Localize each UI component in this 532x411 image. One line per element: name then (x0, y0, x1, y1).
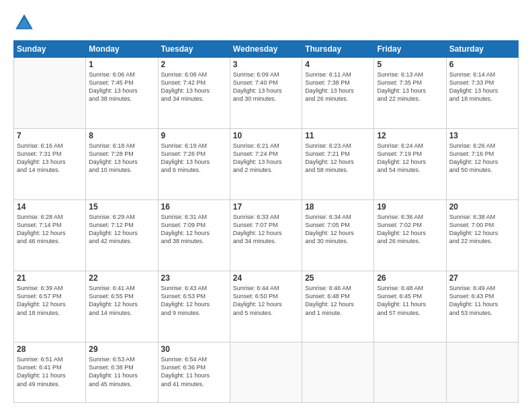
calendar-cell: 27Sunrise: 6:49 AM Sunset: 6:43 PM Dayli… (446, 271, 518, 342)
cell-info: Sunrise: 6:33 AM Sunset: 7:07 PM Dayligh… (233, 213, 299, 246)
week-row-2: 7Sunrise: 6:16 AM Sunset: 7:31 PM Daylig… (14, 129, 519, 200)
calendar-cell (374, 342, 446, 403)
calendar-cell: 1Sunrise: 6:06 AM Sunset: 7:45 PM Daylig… (86, 58, 158, 129)
cell-info: Sunrise: 6:08 AM Sunset: 7:42 PM Dayligh… (161, 71, 227, 103)
day-number: 10 (233, 131, 299, 140)
col-header-sunday: Sunday (14, 41, 86, 58)
calendar-table: SundayMondayTuesdayWednesdayThursdayFrid… (13, 40, 519, 403)
cell-info: Sunrise: 6:13 AM Sunset: 7:35 PM Dayligh… (377, 71, 443, 103)
cell-info: Sunrise: 6:09 AM Sunset: 7:40 PM Dayligh… (233, 71, 299, 103)
header-row: SundayMondayTuesdayWednesdayThursdayFrid… (14, 41, 519, 58)
day-number: 14 (17, 202, 83, 212)
day-number: 11 (305, 131, 371, 140)
calendar-cell: 6Sunrise: 6:14 AM Sunset: 7:33 PM Daylig… (446, 58, 518, 129)
day-number: 7 (17, 131, 83, 140)
day-number: 30 (161, 345, 227, 354)
cell-info: Sunrise: 6:38 AM Sunset: 7:00 PM Dayligh… (449, 213, 515, 246)
calendar-cell: 23Sunrise: 6:43 AM Sunset: 6:53 PM Dayli… (158, 271, 230, 342)
col-header-wednesday: Wednesday (230, 41, 302, 58)
cell-info: Sunrise: 6:46 AM Sunset: 6:48 PM Dayligh… (305, 284, 371, 317)
day-number: 22 (89, 273, 154, 283)
cell-info: Sunrise: 6:06 AM Sunset: 7:45 PM Dayligh… (89, 71, 154, 103)
logo-icon (13, 12, 35, 34)
day-number: 1 (89, 60, 154, 69)
cell-info: Sunrise: 6:14 AM Sunset: 7:33 PM Dayligh… (449, 71, 515, 103)
calendar-cell: 5Sunrise: 6:13 AM Sunset: 7:35 PM Daylig… (374, 58, 446, 129)
cell-info: Sunrise: 6:31 AM Sunset: 7:09 PM Dayligh… (161, 213, 227, 246)
cell-info: Sunrise: 6:39 AM Sunset: 6:57 PM Dayligh… (17, 284, 83, 317)
calendar-cell: 22Sunrise: 6:41 AM Sunset: 6:55 PM Dayli… (86, 271, 158, 342)
cell-info: Sunrise: 6:49 AM Sunset: 6:43 PM Dayligh… (449, 284, 515, 317)
calendar-cell: 18Sunrise: 6:34 AM Sunset: 7:05 PM Dayli… (302, 200, 374, 271)
calendar-cell: 26Sunrise: 6:48 AM Sunset: 6:45 PM Dayli… (374, 271, 446, 342)
cell-info: Sunrise: 6:36 AM Sunset: 7:02 PM Dayligh… (377, 213, 443, 246)
day-number: 18 (305, 202, 371, 212)
day-number: 3 (233, 60, 299, 69)
cell-info: Sunrise: 6:44 AM Sunset: 6:50 PM Dayligh… (233, 284, 299, 317)
col-header-saturday: Saturday (446, 41, 518, 58)
calendar-cell: 3Sunrise: 6:09 AM Sunset: 7:40 PM Daylig… (230, 58, 302, 129)
day-number: 17 (233, 202, 299, 212)
calendar-cell: 28Sunrise: 6:51 AM Sunset: 6:41 PM Dayli… (14, 342, 86, 403)
cell-info: Sunrise: 6:28 AM Sunset: 7:14 PM Dayligh… (17, 213, 83, 246)
calendar-cell: 8Sunrise: 6:18 AM Sunset: 7:28 PM Daylig… (86, 129, 158, 200)
cell-info: Sunrise: 6:48 AM Sunset: 6:45 PM Dayligh… (377, 284, 443, 317)
page: SundayMondayTuesdayWednesdayThursdayFrid… (0, 0, 532, 411)
cell-info: Sunrise: 6:34 AM Sunset: 7:05 PM Dayligh… (305, 213, 371, 246)
cell-info: Sunrise: 6:43 AM Sunset: 6:53 PM Dayligh… (161, 284, 227, 317)
week-row-5: 28Sunrise: 6:51 AM Sunset: 6:41 PM Dayli… (14, 342, 519, 403)
col-header-monday: Monday (86, 41, 158, 58)
calendar-cell: 11Sunrise: 6:23 AM Sunset: 7:21 PM Dayli… (302, 129, 374, 200)
calendar-cell: 30Sunrise: 6:54 AM Sunset: 6:36 PM Dayli… (158, 342, 230, 403)
header (13, 12, 519, 34)
calendar-cell: 29Sunrise: 6:53 AM Sunset: 6:38 PM Dayli… (86, 342, 158, 403)
calendar-cell (302, 342, 374, 403)
day-number: 2 (161, 60, 227, 69)
calendar-cell: 16Sunrise: 6:31 AM Sunset: 7:09 PM Dayli… (158, 200, 230, 271)
calendar-cell (14, 58, 86, 129)
calendar-cell: 4Sunrise: 6:11 AM Sunset: 7:38 PM Daylig… (302, 58, 374, 129)
cell-info: Sunrise: 6:41 AM Sunset: 6:55 PM Dayligh… (89, 284, 154, 317)
day-number: 25 (305, 273, 371, 283)
week-row-3: 14Sunrise: 6:28 AM Sunset: 7:14 PM Dayli… (14, 200, 519, 271)
col-header-tuesday: Tuesday (158, 41, 230, 58)
calendar-cell: 17Sunrise: 6:33 AM Sunset: 7:07 PM Dayli… (230, 200, 302, 271)
cell-info: Sunrise: 6:26 AM Sunset: 7:16 PM Dayligh… (449, 142, 515, 175)
day-number: 19 (377, 202, 443, 212)
day-number: 12 (377, 131, 443, 140)
day-number: 29 (89, 345, 154, 354)
day-number: 16 (161, 202, 227, 212)
day-number: 4 (305, 60, 371, 69)
cell-info: Sunrise: 6:16 AM Sunset: 7:31 PM Dayligh… (17, 142, 83, 175)
day-number: 15 (89, 202, 154, 212)
calendar-cell: 19Sunrise: 6:36 AM Sunset: 7:02 PM Dayli… (374, 200, 446, 271)
col-header-friday: Friday (374, 41, 446, 58)
logo (13, 12, 39, 34)
cell-info: Sunrise: 6:29 AM Sunset: 7:12 PM Dayligh… (89, 213, 154, 246)
day-number: 13 (449, 131, 515, 140)
cell-info: Sunrise: 6:19 AM Sunset: 7:26 PM Dayligh… (161, 142, 227, 175)
calendar-cell: 24Sunrise: 6:44 AM Sunset: 6:50 PM Dayli… (230, 271, 302, 342)
calendar-cell: 21Sunrise: 6:39 AM Sunset: 6:57 PM Dayli… (14, 271, 86, 342)
calendar-cell: 2Sunrise: 6:08 AM Sunset: 7:42 PM Daylig… (158, 58, 230, 129)
day-number: 6 (449, 60, 515, 69)
cell-info: Sunrise: 6:51 AM Sunset: 6:41 PM Dayligh… (17, 355, 83, 388)
cell-info: Sunrise: 6:11 AM Sunset: 7:38 PM Dayligh… (305, 71, 371, 103)
week-row-4: 21Sunrise: 6:39 AM Sunset: 6:57 PM Dayli… (14, 271, 519, 342)
calendar-cell: 12Sunrise: 6:24 AM Sunset: 7:19 PM Dayli… (374, 129, 446, 200)
week-row-1: 1Sunrise: 6:06 AM Sunset: 7:45 PM Daylig… (14, 58, 519, 129)
day-number: 21 (17, 273, 83, 283)
col-header-thursday: Thursday (302, 41, 374, 58)
day-number: 26 (377, 273, 443, 283)
cell-info: Sunrise: 6:54 AM Sunset: 6:36 PM Dayligh… (161, 355, 227, 388)
calendar-cell (446, 342, 518, 403)
calendar-cell: 7Sunrise: 6:16 AM Sunset: 7:31 PM Daylig… (14, 129, 86, 200)
day-number: 23 (161, 273, 227, 283)
calendar-cell: 13Sunrise: 6:26 AM Sunset: 7:16 PM Dayli… (446, 129, 518, 200)
calendar-cell: 14Sunrise: 6:28 AM Sunset: 7:14 PM Dayli… (14, 200, 86, 271)
day-number: 5 (377, 60, 443, 69)
day-number: 24 (233, 273, 299, 283)
day-number: 8 (89, 131, 154, 140)
cell-info: Sunrise: 6:53 AM Sunset: 6:38 PM Dayligh… (89, 355, 154, 388)
calendar-cell: 15Sunrise: 6:29 AM Sunset: 7:12 PM Dayli… (86, 200, 158, 271)
